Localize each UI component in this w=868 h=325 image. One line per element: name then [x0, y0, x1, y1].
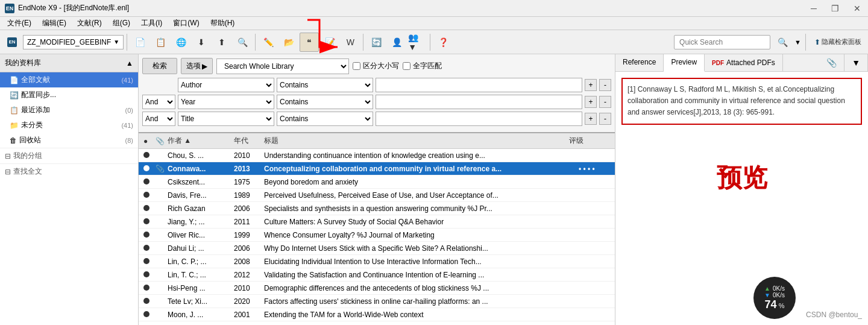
export-btn[interactable]: ⬆ — [212, 33, 231, 52]
quick-search-btn[interactable]: 🔍 — [773, 33, 792, 52]
table-row[interactable]: Rich Gazan 2006 Specialists and synthesi… — [139, 202, 615, 215]
table-row[interactable]: Dahui Li; ... 2006 Why Do Internet Users… — [139, 242, 615, 255]
menu-window[interactable]: 窗口(W) — [168, 17, 204, 30]
col-header-rating[interactable]: 评级 — [567, 136, 603, 146]
sidebar-item-trash[interactable]: 🗑 回收站 (8) — [0, 133, 138, 148]
table-row[interactable]: Csikszent... 1975 Beyond boredom and anx… — [139, 175, 615, 189]
read-indicator — [143, 271, 149, 277]
right-panel: Reference Preview PDF Attached PDFs 📎 ▼ … — [615, 54, 868, 325]
case-sensitive-label[interactable]: 区分大小写 — [353, 61, 399, 71]
sidebar-item-sync[interactable]: 🔄 配置同步... — [0, 87, 138, 103]
table-row[interactable]: Jiang, Y.; ... 2011 Culture Matters: A S… — [139, 215, 615, 229]
col-header-author[interactable]: 作者 ▲ — [165, 136, 231, 146]
menu-file[interactable]: 文件(E) — [2, 17, 36, 30]
condition-select-1[interactable]: Contains — [277, 78, 373, 92]
search-value-1[interactable] — [376, 78, 582, 92]
remove-row-btn-1[interactable]: - — [599, 79, 611, 91]
case-sensitive-checkbox[interactable] — [353, 62, 360, 70]
format-paper-btn[interactable]: 📝 — [320, 33, 339, 52]
table-row[interactable]: Oliver Ric... 1999 Whence Consumer Loyal… — [139, 229, 615, 242]
logic-select-2[interactable]: And Or Not — [142, 95, 175, 109]
tab-reference[interactable]: Reference — [615, 54, 664, 71]
close-button[interactable]: ✕ — [851, 4, 863, 13]
tab-preview[interactable]: Preview — [664, 54, 705, 72]
online-search-btn[interactable]: 🌐 — [171, 33, 190, 52]
row-author: Jiang, Y.; ... — [165, 218, 231, 226]
sidebar-section-groups[interactable]: ⊟ 我的分组 — [0, 148, 138, 163]
import-btn[interactable]: ⬇ — [192, 33, 211, 52]
menu-tools[interactable]: 工具(I) — [136, 17, 167, 30]
add-row-btn-1[interactable]: + — [585, 79, 597, 91]
search-options-btn[interactable]: ▼ — [794, 39, 801, 46]
menubar: 文件(E) 编辑(E) 文献(R) 组(G) 工具(I) 窗口(W) 帮助(H) — [0, 17, 868, 30]
menu-references[interactable]: 文献(R) — [72, 17, 107, 30]
panel-options-btn[interactable]: ▼ — [844, 54, 868, 71]
field-select-1[interactable]: Author — [178, 78, 274, 92]
condition-select-2[interactable]: Contains — [277, 95, 373, 109]
database-selector[interactable]: ZZ_MODIFIED_GEEBINF ▼ — [23, 35, 124, 49]
row-dot — [141, 284, 153, 292]
options-button[interactable]: 选项 ▶ — [181, 58, 213, 74]
sidebar-item-all-refs[interactable]: 📄 全部文献 (41) — [0, 72, 138, 87]
menu-help[interactable]: 帮助(H) — [206, 17, 240, 30]
search-button[interactable]: 检索 — [142, 58, 177, 74]
menu-edit[interactable]: 编辑(E) — [37, 17, 71, 30]
edit-ref-btn[interactable]: ✏️ — [259, 33, 278, 52]
field-select-3[interactable]: Title — [178, 112, 274, 126]
exact-match-checkbox[interactable] — [403, 62, 410, 70]
more-btn[interactable]: 👥▼ — [407, 33, 427, 52]
library-select[interactable]: Search Whole Library — [216, 58, 349, 74]
quick-search-input[interactable] — [674, 35, 770, 49]
row-author: Hsi-Peng ... — [165, 284, 231, 292]
restore-button[interactable]: ❐ — [829, 4, 841, 13]
remove-row-btn-2[interactable]: - — [599, 96, 611, 108]
col-header-year[interactable]: 年代 — [231, 136, 262, 146]
search-value-2[interactable] — [376, 95, 582, 109]
row-year: 2011 — [231, 218, 262, 226]
table-row[interactable]: Moon, J. ... 2001 Extending the TAM for … — [139, 308, 615, 321]
table-row[interactable]: Davis, Fre... 1989 Perceived Usefulness,… — [139, 189, 615, 202]
row-dot — [141, 311, 153, 319]
search-value-3[interactable] — [376, 112, 582, 126]
insert-citation-btn[interactable]: ❝ — [300, 33, 319, 52]
open-file-btn[interactable]: 📂 — [279, 33, 298, 52]
condition-select-3[interactable]: Contains — [277, 112, 373, 126]
menu-groups[interactable]: 组(G) — [108, 17, 135, 30]
table-row[interactable]: Lin, T. C.; ... 2012 Validating the Sati… — [139, 268, 615, 282]
sidebar-item-unclassified[interactable]: 📁 未分类 (41) — [0, 118, 138, 133]
sidebar-item-recent[interactable]: 📋 最近添加 (0) — [0, 103, 138, 118]
toolbar-separator-2 — [255, 34, 256, 51]
add-row-btn-2[interactable]: + — [585, 96, 597, 108]
table-row[interactable]: Lin, C. P.; ... 2008 Elucidating Individ… — [139, 255, 615, 268]
table-row[interactable]: Tete Lv; Xi... 2020 Factors affecting us… — [139, 295, 615, 308]
sync-btn[interactable]: 🔄 — [366, 33, 386, 52]
add-row-btn-3[interactable]: + — [585, 113, 597, 125]
word-btn[interactable]: W — [341, 33, 360, 52]
row-dot — [141, 257, 153, 266]
collapse-panel-btn[interactable]: ⬆ 隐藏检索面板 — [810, 33, 866, 52]
tab-attached-pdfs[interactable]: PDF Attached PDFs — [705, 54, 783, 71]
network-percent-display: 74 % — [765, 298, 785, 311]
table-row[interactable]: 📎 Connawa... 2013 Conceptualizing collab… — [139, 162, 615, 175]
exact-match-label[interactable]: 全字匹配 — [403, 61, 442, 71]
field-select-2[interactable]: Year — [178, 95, 274, 109]
table-row[interactable]: Hsi-Peng ... 2010 Demographic difference… — [139, 282, 615, 295]
row-dot — [141, 231, 153, 239]
new-ref-btn[interactable]: 📄 — [130, 33, 149, 52]
row-author: Tete Lv; Xi... — [165, 297, 231, 306]
table-row[interactable]: Chou, S. ... 2010 Understanding continua… — [139, 149, 615, 162]
logic-select-3[interactable]: And Or Not — [142, 112, 175, 126]
remove-row-btn-3[interactable]: - — [599, 113, 611, 125]
options-label: 选项 — [186, 61, 201, 71]
sidebar-section-findtext[interactable]: ⊟ 查找全文 — [0, 163, 138, 179]
share-btn[interactable]: 👤 — [387, 33, 406, 52]
read-indicator — [143, 152, 149, 158]
sidebar-collapse-icon[interactable]: ▲ — [126, 59, 133, 68]
find-fulltext-btn[interactable]: 🔍 — [233, 33, 252, 52]
minimize-button[interactable]: ─ — [808, 4, 819, 13]
read-indicator — [143, 232, 149, 238]
help-btn[interactable]: ❓ — [433, 33, 453, 52]
tab-more-btn[interactable]: 📎 — [819, 54, 844, 71]
col-header-title[interactable]: 标题 — [262, 136, 567, 146]
new-lib-btn[interactable]: 📋 — [151, 33, 170, 52]
